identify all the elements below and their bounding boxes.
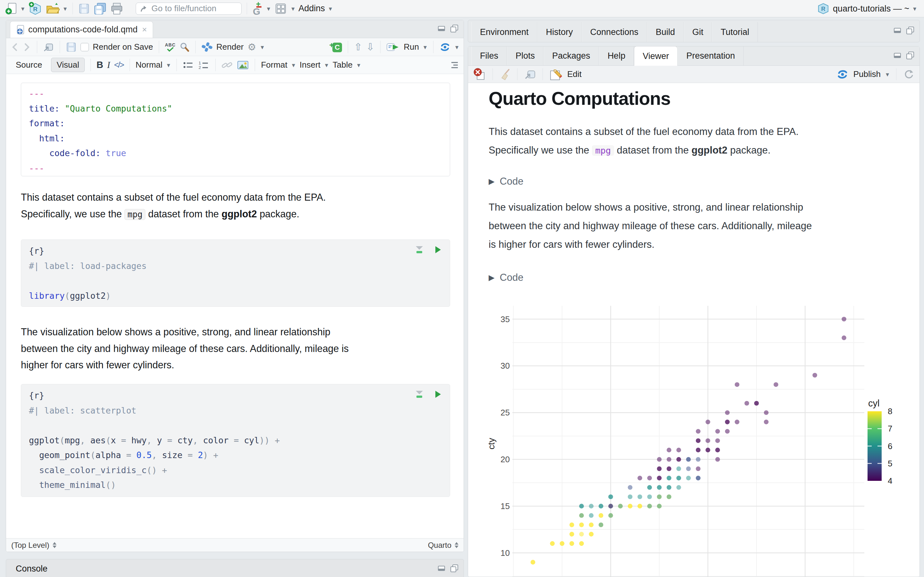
workspace-panes-icon[interactable] — [274, 2, 288, 16]
yaml-metadata-block[interactable]: ---title: "Quarto Computations"format: h… — [21, 83, 450, 176]
bullet-list-icon[interactable] — [183, 60, 194, 70]
tab-tutorial[interactable]: Tutorial — [712, 22, 758, 42]
goto-file-search[interactable]: Go to file/function — [136, 3, 242, 15]
edit-button[interactable]: Edit — [567, 69, 582, 79]
addins-menu[interactable]: Addins — [298, 3, 325, 13]
paragraph-style-caret[interactable]: ▾ — [166, 61, 171, 69]
maximize-pane-icon[interactable] — [905, 51, 915, 60]
version-control-icon[interactable]: +G — [252, 2, 263, 16]
tab-files[interactable]: Files — [471, 46, 507, 65]
editor-tab[interactable]: computations-code-fold.qmd × — [10, 21, 153, 38]
scope-indicator[interactable]: (Top Level) — [11, 541, 49, 550]
bold-button[interactable]: B — [97, 60, 103, 70]
back-icon[interactable] — [11, 42, 19, 52]
tab-viewer[interactable]: Viewer — [634, 46, 678, 66]
refresh-icon[interactable] — [903, 69, 914, 80]
open-file-icon[interactable] — [45, 2, 60, 16]
source-mode-button[interactable]: Source — [11, 58, 47, 72]
save-all-icon[interactable] — [94, 2, 107, 16]
new-project-icon[interactable]: R — [28, 2, 42, 16]
run-chunks-above-icon[interactable] — [415, 390, 423, 398]
console-tab[interactable]: Console — [16, 564, 47, 574]
maximize-pane-icon[interactable] — [449, 24, 459, 33]
publish-button[interactable]: Publish — [853, 69, 881, 79]
minimize-pane-icon[interactable] — [437, 24, 446, 32]
viewer-content[interactable]: Quarto Computations This dataset contain… — [468, 83, 919, 577]
paragraph-style-select[interactable]: Normal — [136, 60, 163, 70]
forward-icon[interactable] — [23, 42, 31, 52]
run-caret[interactable]: ▾ — [423, 43, 427, 51]
console-pane[interactable]: Console — [6, 559, 464, 577]
insert-menu[interactable]: Insert — [300, 60, 320, 70]
popout-icon[interactable] — [43, 42, 54, 52]
tab-packages[interactable]: Packages — [543, 46, 599, 65]
minimize-pane-icon[interactable] — [893, 51, 902, 59]
visual-mode-button[interactable]: Visual — [51, 58, 84, 72]
publish-icon[interactable] — [836, 69, 849, 80]
search-icon[interactable] — [179, 42, 190, 52]
minimize-pane-icon[interactable] — [893, 26, 902, 34]
outline-toggle-icon[interactable] — [448, 60, 459, 70]
publish-caret[interactable]: ▾ — [885, 71, 890, 78]
tab-close-icon[interactable]: × — [142, 25, 147, 35]
code-chunk-load-packages[interactable]: {r}#| label: load-packages library(ggplo… — [21, 239, 450, 307]
clear-broom-icon[interactable] — [499, 68, 511, 81]
format-menu[interactable]: Format — [261, 60, 287, 70]
minimize-pane-icon[interactable] — [437, 564, 446, 572]
run-previous-icon[interactable]: ⇧ — [354, 41, 362, 53]
insert-caret[interactable]: ▾ — [325, 61, 329, 69]
print-icon[interactable] — [110, 2, 124, 16]
panes-caret[interactable]: ▾ — [291, 5, 295, 13]
stop-icon[interactable] — [473, 68, 486, 81]
run-chunk-icon[interactable] — [435, 245, 441, 254]
spellcheck-icon[interactable]: ABC — [165, 43, 176, 52]
source-rerun-caret[interactable]: ▾ — [455, 43, 459, 51]
italic-button[interactable]: I — [107, 60, 110, 70]
code-format-button[interactable]: </> — [114, 60, 124, 69]
run-button[interactable]: Run — [404, 42, 419, 52]
addins-caret[interactable]: ▾ — [328, 5, 333, 13]
editor-paragraph[interactable]: The visualization below shows a positive… — [21, 324, 447, 374]
tab-help[interactable]: Help — [599, 46, 634, 65]
tab-connections[interactable]: Connections — [582, 22, 647, 42]
open-file-caret[interactable]: ▾ — [63, 5, 67, 13]
table-menu[interactable]: Table — [333, 60, 352, 70]
numbered-list-icon[interactable]: 12 — [198, 60, 210, 70]
editor-paragraph[interactable]: This dataset contains a subset of the fu… — [21, 189, 447, 222]
tab-git[interactable]: Git — [684, 22, 712, 42]
tab-build[interactable]: Build — [647, 22, 684, 42]
run-next-icon[interactable]: ⇩ — [366, 41, 375, 53]
render-options-caret[interactable]: ▾ — [260, 43, 264, 51]
code-fold-toggle[interactable]: ▶ Code — [489, 176, 523, 187]
run-icon[interactable] — [386, 42, 400, 53]
editor-content[interactable]: ---title: "Quarto Computations"format: h… — [6, 74, 464, 546]
filetype-indicator[interactable]: Quarto — [428, 541, 451, 550]
render-icon[interactable] — [202, 42, 212, 53]
gear-icon[interactable]: ⚙ — [248, 41, 256, 53]
popout-icon[interactable] — [524, 69, 536, 80]
code-chunk-scatterplot[interactable]: {r}#| label: scatterplot ggplot(mpg, aes… — [21, 384, 450, 497]
version-control-caret[interactable]: ▾ — [266, 5, 271, 13]
code-fold-toggle[interactable]: ▶ Code — [489, 272, 523, 284]
run-chunk-icon[interactable] — [435, 390, 441, 398]
render-button[interactable]: Render — [216, 42, 244, 52]
render-on-save-checkbox[interactable] — [81, 43, 89, 51]
format-caret[interactable]: ▾ — [291, 61, 296, 69]
maximize-pane-icon[interactable] — [905, 26, 915, 35]
edit-icon[interactable] — [549, 68, 563, 81]
image-icon[interactable] — [237, 60, 249, 70]
tab-history[interactable]: History — [537, 22, 582, 42]
insert-chunk-icon[interactable]: C + — [329, 41, 342, 53]
maximize-pane-icon[interactable] — [449, 564, 459, 573]
source-rerun-icon[interactable] — [439, 42, 451, 52]
new-file-icon[interactable] — [5, 2, 17, 16]
save-icon[interactable] — [78, 2, 90, 16]
new-file-caret[interactable]: ▾ — [21, 5, 25, 13]
tab-plots[interactable]: Plots — [507, 46, 543, 65]
run-chunks-above-icon[interactable] — [415, 245, 423, 254]
tab-presentation[interactable]: Presentation — [678, 46, 744, 65]
link-icon[interactable] — [221, 60, 233, 70]
save-icon[interactable] — [66, 42, 77, 52]
table-caret[interactable]: ▾ — [357, 61, 361, 69]
project-menu[interactable]: R quarto-tutorials — ~ ▾ — [817, 0, 917, 17]
